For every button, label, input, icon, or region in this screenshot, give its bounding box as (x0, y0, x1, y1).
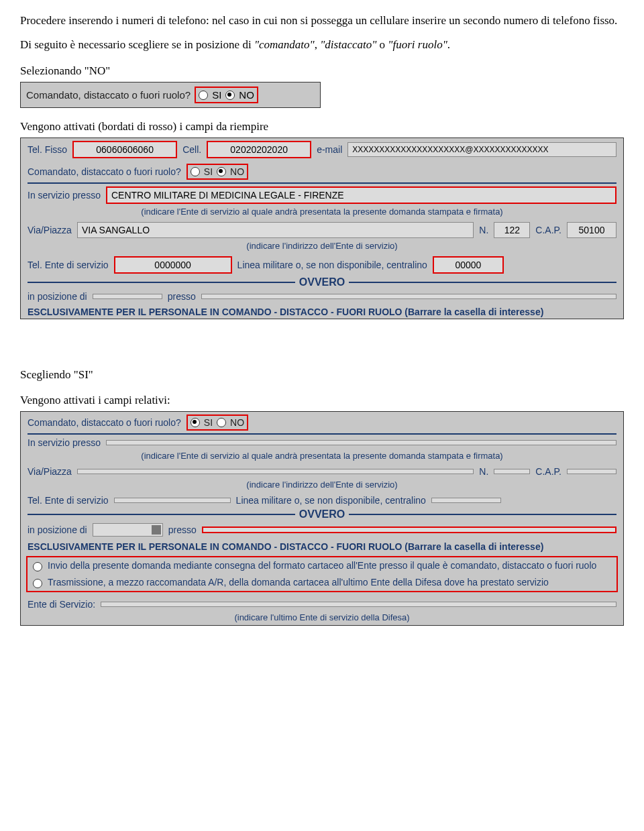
in-servizio-input-b[interactable] (106, 440, 616, 445)
radio-no-form-b[interactable] (217, 418, 226, 427)
options-highlight-box: Invio della presente domanda mediante co… (26, 556, 618, 592)
n-input-b[interactable] (494, 469, 530, 474)
radio-group-highlight-b: SI NO (186, 414, 248, 431)
presso-input[interactable] (201, 294, 616, 299)
radio-si-label: SI (204, 166, 213, 177)
option-1-text: Invio della presente domanda mediante co… (48, 560, 596, 571)
tel-ente-input-b[interactable] (114, 498, 231, 503)
radio-no[interactable] (225, 91, 235, 100)
tel-fisso-label: Tel. Fisso (28, 144, 67, 155)
in-servizio-input[interactable]: CENTRO MILITARE DI MEDICINA LEGALE - FIR… (106, 186, 616, 204)
radio-no-form[interactable] (217, 167, 226, 176)
form-screenshot-si: Comandato, distaccato o fuori ruolo? SI … (20, 411, 624, 626)
linea-input[interactable]: 00000 (433, 256, 504, 274)
via-input[interactable]: VIA SANGALLO (77, 222, 474, 238)
hint-2-b: (indicare l'indirizzo dell'Ente di servi… (21, 480, 623, 492)
linea-input-b[interactable] (431, 498, 501, 503)
radio-group-highlight: SI NO (195, 87, 258, 103)
section-1-after: Vengono attivati (bordati di rosso) i ca… (20, 120, 624, 133)
esclusivamente-heading: ESCLUSIVAMENTE PER IL PERSONALE IN COMAN… (21, 304, 623, 319)
tel-ente-label-b: Tel. Ente di servizio (28, 495, 109, 506)
esclusivamente-heading-b: ESCLUSIVAMENTE PER IL PERSONALE IN COMAN… (21, 539, 623, 553)
linea-label: Linea militare o, se non disponibile, ce… (237, 260, 427, 270)
chevron-down-icon (152, 525, 161, 535)
linea-label-b: Linea militare o, se non disponibile, ce… (236, 495, 426, 506)
cap-input[interactable]: 50100 (567, 222, 616, 238)
radio-si[interactable] (199, 91, 208, 100)
ente-servizio-input[interactable] (101, 602, 616, 607)
section-2-after: Vengono attivati i campi relativi: (20, 394, 624, 407)
in-servizio-label-b: In servizio presso (28, 437, 101, 448)
via-input-b[interactable] (77, 469, 474, 474)
radio-si-form-b[interactable] (191, 418, 200, 427)
option-1-radio[interactable] (33, 562, 42, 571)
tel-fisso-input[interactable]: 06060606060 (72, 141, 177, 158)
ente-servizio-label: Ente di Servizio: (28, 599, 95, 610)
radio-no-label-b: NO (230, 417, 244, 428)
comandato-question-b: Comandato, distaccato o fuori ruolo? (28, 417, 181, 428)
n-input[interactable]: 122 (494, 222, 530, 238)
question-label: Comandato, distaccato o fuori ruolo? (26, 89, 191, 101)
via-label-b: Via/Piazza (28, 466, 72, 477)
in-posizione-input[interactable] (93, 294, 162, 299)
screenshot-choice-no: Comandato, distaccato o fuori ruolo? SI … (20, 82, 321, 108)
form-screenshot-no: Tel. Fisso 06060606060 Cell. 02020202020… (20, 137, 624, 319)
tel-ente-input[interactable]: 0000000 (114, 256, 232, 274)
in-posizione-label-b: in posizione di (28, 524, 87, 535)
section-1-label: Selezionando "NO" (20, 64, 624, 78)
tel-ente-label: Tel. Ente di servizio (28, 260, 109, 270)
n-label-b: N. (479, 466, 488, 477)
via-label: Via/Piazza (28, 225, 72, 235)
in-servizio-label: In servizio presso (28, 190, 101, 201)
hint-1-b: (indicare l'Ente di servizio al quale an… (21, 451, 623, 463)
radio-no-label: NO (230, 166, 244, 177)
presso-input-b[interactable] (202, 527, 616, 533)
in-posizione-select[interactable] (93, 523, 163, 537)
section-2-label: Scegliendo "SI" (20, 368, 624, 382)
presso-label: presso (168, 291, 196, 302)
paragraph-1: Procedere inserendo i numeri di telefono… (20, 13, 624, 28)
cap-label-b: C.A.P. (535, 466, 561, 477)
hint-1: (indicare l'Ente di servizio al quale an… (21, 207, 623, 219)
radio-si-label-b: SI (204, 417, 213, 428)
cell-input[interactable]: 02020202020 (207, 141, 311, 158)
intro-text: Procedere inserendo i numeri di telefono… (20, 13, 624, 52)
ovvero-divider: OVVERO (21, 276, 623, 288)
hint-3-b: (indicare l'ultimo Ente di servizio dell… (21, 612, 623, 625)
radio-si-label: SI (212, 89, 221, 101)
cap-label: C.A.P. (535, 225, 561, 235)
hint-2: (indicare l'indirizzo dell'Ente di servi… (21, 241, 623, 254)
radio-group-highlight-2: SI NO (186, 164, 248, 180)
option-2-radio[interactable] (33, 579, 42, 588)
n-label: N. (479, 225, 488, 235)
presso-label-b: presso (168, 524, 197, 535)
radio-si-form[interactable] (191, 167, 200, 176)
email-label: e-mail (317, 144, 342, 155)
ovvero-divider-b: OVVERO (21, 508, 623, 520)
paragraph-2: Di seguito è necessario scegliere se in … (20, 38, 624, 52)
radio-no-label: NO (239, 89, 254, 101)
option-2-text: Trasmissione, a mezzo raccomandata A/R, … (48, 577, 549, 588)
in-posizione-label: in posizione di (28, 291, 87, 302)
email-input[interactable]: XXXXXXXXXXXXXXXXXXXXX@XXXXXXXXXXXXXX (347, 142, 616, 157)
comandato-question: Comandato, distaccato o fuori ruolo? (28, 166, 181, 177)
cap-input-b[interactable] (567, 469, 616, 474)
cell-label: Cell. (182, 144, 201, 155)
